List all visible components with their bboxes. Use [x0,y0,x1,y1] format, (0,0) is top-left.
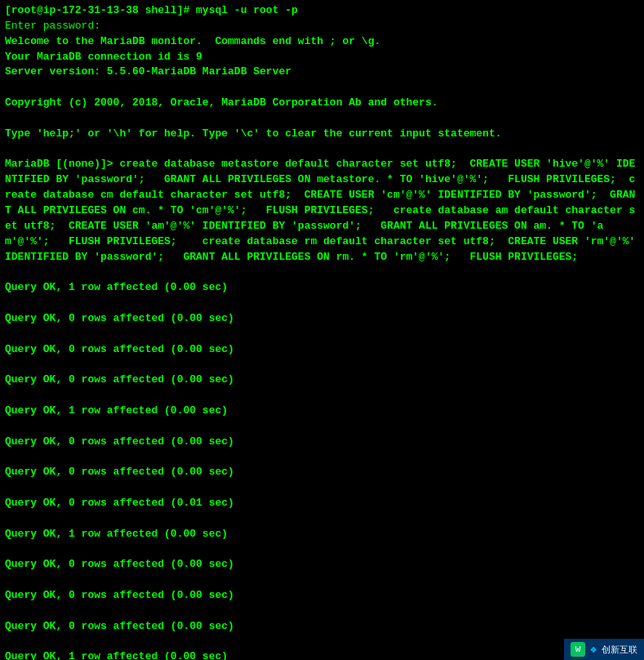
blank-after-result-11 [5,635,639,650]
query-result-7: Query OK, 0 rows affected (0.01 sec) [5,496,639,511]
query-result-3: Query OK, 0 rows affected (0.00 sec) [5,372,639,388]
query-result-4: Query OK, 1 row affected (0.00 sec) [5,404,639,419]
wechat-icon: W [571,642,585,657]
copyright-line: Copyright (c) 2000, 2018, Oracle, MariaD… [5,96,639,111]
blank-after-result-3 [5,388,639,404]
query-result-8: Query OK, 1 row affected (0.00 sec) [5,527,639,542]
watermark: W ❖ 创新互联 [564,639,644,660]
blank-after-result-6 [5,480,639,496]
blank-after-result-4 [5,419,639,435]
blank2 [5,111,639,127]
blank-after-result-7 [5,511,639,527]
welcome-line: Welcome to the MariaDB monitor. Commands… [5,34,639,50]
blank-after-result-10 [5,604,639,619]
blank4 [5,265,639,280]
blank-after-result-5 [5,449,639,465]
blank-after-result-0 [5,296,639,311]
terminal-window: [root@ip-172-31-13-38 shell]# mysql -u r… [0,0,644,660]
query-result-0: Query OK, 1 row affected (0.00 sec) [5,280,639,296]
query-result-6: Query OK, 0 rows affected (0.00 sec) [5,465,639,480]
help-line: Type 'help;' or '\h' for help. Type '\c'… [5,127,639,142]
watermark-text: 创新互联 [602,644,637,656]
query-result-12: Query OK, 1 row affected (0.00 sec) [5,649,639,660]
server-version-line: Server version: 5.5.60-MariaDB MariaDB S… [5,65,639,80]
connection-id-line: Your MariaDB connection id is 9 [5,50,639,65]
query-result-2: Query OK, 0 rows affected (0.00 sec) [5,342,639,358]
blank-after-result-2 [5,357,639,372]
blank3 [5,142,639,158]
sql-block: MariaDB [(none)]> create database metast… [5,157,639,265]
blank-after-result-8 [5,542,639,558]
query-result-5: Query OK, 0 rows affected (0.00 sec) [5,435,639,450]
enter-password: Enter password: [5,19,639,34]
logo-icon: ❖ [590,643,597,656]
blank1 [5,80,639,96]
query-result-10: Query OK, 0 rows affected (0.00 sec) [5,588,639,604]
results-container: Query OK, 1 row affected (0.00 sec) Quer… [5,280,639,660]
blank-after-result-9 [5,573,639,588]
query-result-1: Query OK, 0 rows affected (0.00 sec) [5,311,639,327]
query-result-9: Query OK, 0 rows affected (0.00 sec) [5,557,639,573]
query-result-11: Query OK, 0 rows affected (0.00 sec) [5,619,639,635]
blank-after-result-1 [5,327,639,342]
prompt-line: [root@ip-172-31-13-38 shell]# mysql -u r… [5,3,639,19]
